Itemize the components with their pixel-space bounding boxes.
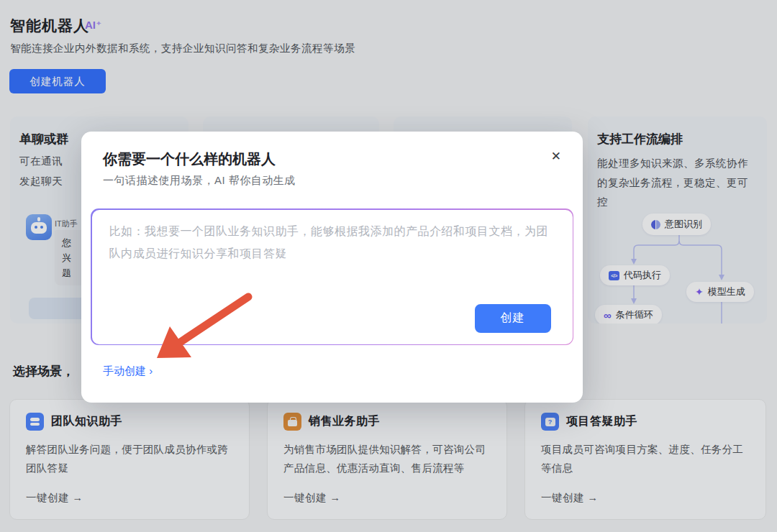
- modal-title: 你需要一个什么样的机器人: [103, 150, 276, 169]
- create-robot-modal: 你需要一个什么样的机器人 ✕ 一句话描述使用场景，AI 帮你自动生成 创建 手动…: [81, 132, 583, 403]
- close-icon[interactable]: ✕: [551, 149, 561, 164]
- modal-subtitle: 一句话描述使用场景，AI 帮你自动生成: [103, 174, 296, 188]
- robot-builder-page: { "page": { "title": "智能机器人", "badge": "…: [0, 0, 777, 532]
- modal-create-button[interactable]: 创建: [475, 304, 551, 333]
- prompt-box: 创建: [91, 208, 573, 345]
- manual-create-link[interactable]: 手动创建 ›: [103, 364, 153, 378]
